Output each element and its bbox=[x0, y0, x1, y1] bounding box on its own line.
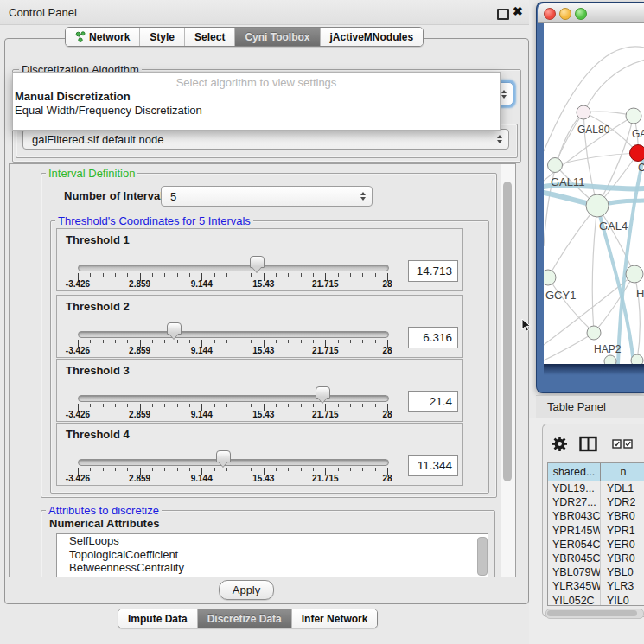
cell-shared-name: YIL052C bbox=[548, 594, 601, 607]
table-row[interactable]: YBR043CYBR0 bbox=[548, 509, 644, 523]
threshold-value-field[interactable]: 6.316 bbox=[408, 327, 458, 348]
slider-tick-label: 2.859 bbox=[129, 346, 150, 355]
slider-thumb[interactable] bbox=[250, 256, 265, 268]
cell-name: YER0 bbox=[601, 538, 635, 552]
select-all-icon[interactable] bbox=[612, 439, 622, 449]
numerical-attributes-label: Numerical Attributes bbox=[49, 517, 159, 530]
table-row[interactable]: YBL079WYBL0 bbox=[548, 565, 644, 579]
tab-cyni-toolbox[interactable]: Cyni Toolbox bbox=[234, 28, 319, 46]
attribute-list-item[interactable]: TopologicalCoefficient bbox=[57, 548, 488, 562]
threshold-row-3: Threshold 3-3.4262.8599.14415.4321.71528… bbox=[56, 359, 463, 422]
tab-discretize-data[interactable]: Discretize Data bbox=[197, 609, 291, 628]
network-canvas[interactable]: GAL80GACGAL11GAL4GCY1HHAP2 bbox=[544, 23, 644, 364]
table-horizontal-scrollbar[interactable] bbox=[545, 609, 644, 619]
cell-name: YIL0 bbox=[601, 594, 629, 607]
slider-thumb[interactable] bbox=[167, 322, 182, 335]
zoom-traffic-light-icon[interactable] bbox=[575, 8, 587, 20]
network-node[interactable] bbox=[631, 354, 643, 364]
stepper-arrows-icon bbox=[501, 90, 507, 99]
tab-style[interactable]: Style bbox=[139, 28, 184, 46]
threshold-label: Threshold 2 bbox=[66, 300, 130, 313]
tab-network[interactable]: Network bbox=[66, 28, 139, 46]
tab-jactivemnodules[interactable]: jActiveMNodules bbox=[320, 28, 424, 46]
tab-label: Select bbox=[194, 31, 225, 43]
threshold-row-4: Threshold 4-3.4262.8599.14415.4321.71528… bbox=[56, 423, 463, 486]
slider-track[interactable] bbox=[78, 395, 389, 402]
settings-gear-icon[interactable] bbox=[552, 436, 568, 452]
slider-tick-label: 28 bbox=[382, 279, 392, 289]
network-node[interactable] bbox=[626, 108, 641, 124]
algorithm-option-manual[interactable]: Manual Discretization bbox=[15, 90, 131, 103]
minimize-traffic-light-icon[interactable] bbox=[559, 8, 571, 20]
node-table-header: shared... n bbox=[548, 463, 644, 481]
attribute-list-item[interactable]: SelfLoops bbox=[57, 534, 488, 548]
slider-thumb[interactable] bbox=[216, 450, 231, 462]
apply-button[interactable]: Apply bbox=[219, 580, 274, 600]
attribute-list-item[interactable]: BetweennessCentrality bbox=[57, 561, 488, 575]
slider-track[interactable] bbox=[78, 459, 389, 466]
threshold-label: Threshold 1 bbox=[66, 233, 130, 246]
network-node[interactable] bbox=[548, 158, 563, 173]
network-node[interactable] bbox=[626, 265, 643, 283]
column-header-name[interactable]: n bbox=[601, 463, 644, 481]
network-node-label: GCY1 bbox=[545, 289, 576, 302]
slider-track[interactable] bbox=[78, 265, 389, 271]
algorithm-dropdown-hint: Select algorithm to view settings bbox=[13, 76, 500, 89]
table-row[interactable]: YPR145WYPR1 bbox=[548, 524, 644, 538]
table-row[interactable]: YLR345WYLR3 bbox=[548, 579, 644, 593]
tab-label: Network bbox=[89, 31, 130, 43]
network-node[interactable] bbox=[604, 355, 616, 364]
tab-infer-network[interactable]: Infer Network bbox=[291, 609, 378, 628]
close-icon[interactable]: ✖ bbox=[513, 4, 523, 18]
numerical-attributes-list[interactable]: SelfLoopsTopologicalCoefficientBetweenne… bbox=[56, 533, 488, 577]
threshold-value-field[interactable]: 14.713 bbox=[408, 260, 458, 282]
attributes-list-scrollbar[interactable] bbox=[477, 537, 488, 576]
num-intervals-select[interactable]: 5 bbox=[161, 186, 373, 207]
column-view-icon[interactable] bbox=[579, 436, 597, 452]
unselect-all-icon[interactable] bbox=[623, 439, 633, 449]
slider-tick-label: 21.715 bbox=[312, 346, 339, 355]
tab-label: Impute Data bbox=[128, 613, 188, 625]
network-node[interactable] bbox=[586, 194, 609, 217]
table-row[interactable]: YER054CYER0 bbox=[548, 538, 644, 552]
slider-tick-label: 15.43 bbox=[252, 346, 274, 355]
table-data-select[interactable]: galFiltered.sif default node bbox=[22, 129, 509, 150]
slider-ticks bbox=[78, 468, 387, 476]
column-header-shared-name[interactable]: shared... bbox=[548, 463, 601, 481]
network-view-window: GAL80GACGAL11GAL4GCY1HHAP2 bbox=[536, 2, 644, 393]
slider-thumb[interactable] bbox=[316, 386, 330, 399]
slider-ticks bbox=[78, 273, 387, 282]
control-panel-titlebar: Control Panel ✖ bbox=[0, 0, 529, 25]
cell-shared-name: YER054C bbox=[548, 538, 601, 552]
slider-track[interactable] bbox=[78, 331, 389, 338]
slider-tick-label: 9.144 bbox=[191, 346, 213, 355]
network-canvas-shadow bbox=[544, 364, 644, 375]
network-node[interactable] bbox=[544, 270, 556, 285]
algorithm-option-equal-width[interactable]: Equal Width/Frequency Discretization bbox=[15, 104, 202, 117]
tab-impute-data[interactable]: Impute Data bbox=[118, 609, 197, 628]
threshold-value-field[interactable]: 21.4 bbox=[408, 391, 458, 412]
network-node[interactable] bbox=[587, 326, 601, 340]
float-window-icon[interactable] bbox=[497, 9, 509, 20]
slider-tick-label: -3.426 bbox=[66, 474, 90, 483]
slider-tick-label: 28 bbox=[382, 474, 392, 483]
table-data-selected-value: galFiltered.sif default node bbox=[32, 133, 163, 146]
table-panel-title: Table Panel bbox=[547, 400, 606, 413]
stepper-arrows-icon bbox=[360, 192, 366, 201]
network-node[interactable] bbox=[577, 105, 590, 119]
table-row[interactable]: YDR27...YDR2 bbox=[548, 495, 644, 509]
algorithm-dropdown-popup: Select algorithm to view settings Manual… bbox=[12, 72, 501, 131]
table-row[interactable]: YDL19...YDL1 bbox=[548, 481, 644, 495]
close-traffic-light-icon[interactable] bbox=[544, 8, 556, 20]
threshold-value-field[interactable]: 11.344 bbox=[408, 455, 458, 476]
cell-shared-name: YBR043C bbox=[548, 509, 601, 523]
slider-tick-label: -3.426 bbox=[66, 279, 90, 289]
network-node[interactable] bbox=[630, 145, 644, 162]
cell-name: YBR0 bbox=[601, 552, 635, 565]
cell-name: YPR1 bbox=[601, 524, 635, 538]
control-panel-title: Control Panel bbox=[9, 6, 77, 19]
table-row[interactable]: YBR045CYBR0 bbox=[548, 552, 644, 565]
settings-scrollbar-thumb[interactable] bbox=[503, 182, 512, 481]
tab-select[interactable]: Select bbox=[184, 28, 234, 46]
table-row[interactable]: YIL052CYIL0 bbox=[548, 594, 644, 607]
